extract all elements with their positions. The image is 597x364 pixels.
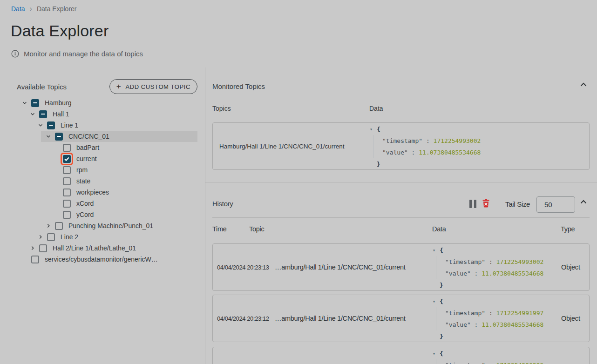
chevron-right-icon[interactable]: [29, 244, 36, 252]
json-collapse-icon[interactable]: ▾: [433, 296, 440, 307]
tail-size-label: Tail Size: [505, 200, 530, 208]
json-collapse-icon[interactable]: ▾: [433, 244, 440, 256]
breadcrumb-link-data[interactable]: Data: [11, 5, 25, 13]
json-separator: :: [485, 362, 496, 364]
checkbox-indeterminate[interactable]: [39, 110, 47, 118]
json-open-brace: {: [440, 247, 443, 254]
chevron-right-icon[interactable]: [45, 222, 52, 229]
tree-item-label[interactable]: yCord: [76, 211, 94, 218]
chevron-down-icon[interactable]: [21, 99, 28, 107]
data-explorer-page: Data › Data Explorer Data Explorer Monit…: [0, 0, 597, 364]
json-viewer: ▾{ "timestamp" : 1712254993002 "value" :…: [370, 123, 481, 170]
page-title: Data Explorer: [11, 22, 109, 40]
json-value: 11.07380485534668: [482, 321, 543, 328]
tree-item-label[interactable]: state: [76, 177, 90, 185]
json-collapse-icon[interactable]: ▾: [370, 123, 377, 135]
json-value: 11.07380485534668: [419, 149, 481, 156]
json-close-brace: }: [377, 161, 380, 168]
json-line: "timestamp" : 1712254991997: [445, 307, 543, 319]
json-value: 1712254993002: [434, 137, 481, 144]
json-value: 1712254993002: [496, 258, 544, 265]
checkbox[interactable]: [63, 189, 71, 196]
json-open-brace: {: [440, 298, 443, 305]
chevron-down-icon[interactable]: [45, 133, 52, 140]
json-separator: :: [408, 149, 419, 156]
tree-item-label[interactable]: Hall 2/Line 1/Lathe/Lathe_01: [53, 244, 136, 252]
tree-item-line-1: Line 1: [17, 120, 197, 131]
section-divider: [205, 182, 597, 182]
chevron-right-icon[interactable]: [37, 233, 44, 241]
checkbox[interactable]: [63, 200, 71, 208]
json-value: 11.07380485534668: [482, 270, 543, 277]
json-separator: :: [485, 258, 496, 265]
json-line: "timestamp" : 1712254993002: [382, 135, 481, 147]
tree-item-label[interactable]: Line 2: [61, 233, 78, 241]
collapse-section-icon[interactable]: [580, 82, 587, 87]
json-line: "timestamp" : 1712254993002: [445, 256, 543, 268]
tree-item-badpart: badPart: [17, 142, 197, 153]
tree-item-label[interactable]: CNC/CNC_01: [68, 133, 109, 140]
column-header-data: Data: [432, 225, 446, 233]
tail-size-input[interactable]: [536, 196, 575, 213]
column-header-topic: Topic: [249, 225, 264, 233]
tree-item-label[interactable]: Hamburg: [45, 99, 72, 107]
chevron-down-icon[interactable]: [29, 110, 36, 118]
tree-item-label[interactable]: Line 1: [61, 121, 78, 129]
json-body: "timestamp" : 1712254990993: [436, 359, 543, 364]
json-separator: :: [471, 270, 482, 277]
collapse-section-icon[interactable]: [580, 200, 587, 204]
tree-item-cnc-cnc-01: CNC/CNC_01: [17, 131, 197, 142]
json-close-brace: }: [440, 282, 443, 289]
history-title: History: [212, 200, 233, 208]
checkbox-indeterminate[interactable]: [47, 121, 55, 129]
page-subtitle-text: Monitor and manage the data of topics: [24, 50, 143, 58]
tree-item-label[interactable]: Punching Machine/Punch_01: [68, 222, 153, 229]
monitored-topic-row: Hamburg/Hall 1/Line 1/CNC/CNC_01/current…: [212, 122, 590, 170]
checkbox[interactable]: [63, 211, 71, 219]
trash-delete-icon: [482, 199, 490, 208]
clear-history-button[interactable]: [482, 199, 490, 208]
checkbox-indeterminate[interactable]: [31, 99, 39, 107]
json-line: "value" : 11.07380485534668: [445, 268, 543, 279]
checkbox[interactable]: [55, 222, 63, 230]
history-time: 04/04/2024 20:23:13: [217, 244, 269, 290]
json-close-line: }: [440, 330, 543, 342]
tree-item-ycord: yCord: [17, 209, 197, 220]
checkbox[interactable]: [31, 256, 39, 263]
tree-item-label[interactable]: Hall 1: [53, 110, 69, 118]
column-header-type: Type: [561, 225, 575, 233]
json-separator: :: [485, 310, 496, 317]
pause-button[interactable]: [469, 200, 476, 208]
tree-item-label[interactable]: workpieces: [76, 189, 109, 196]
json-value: 1712254990993: [496, 362, 544, 364]
json-line: "timestamp" : 1712254990993: [445, 359, 543, 364]
tree-item-label[interactable]: services/cybusdatamonitor/genericW…: [45, 256, 158, 263]
add-custom-topic-button[interactable]: + ADD CUSTOM TOPIC: [109, 79, 197, 94]
checkbox-checked[interactable]: [63, 155, 71, 163]
tree-item-line-2: Line 2: [17, 231, 197, 243]
checkbox[interactable]: [39, 244, 47, 252]
tree-item-label[interactable]: xCord: [76, 200, 94, 207]
history-row: 04/04/2024 20:23:13 …amburg/Hall 1/Line …: [212, 243, 590, 291]
json-key: "value": [382, 149, 408, 156]
json-collapse-icon[interactable]: ▾: [433, 348, 440, 359]
check-icon: [64, 156, 70, 162]
checkbox[interactable]: [63, 177, 71, 185]
tree-item-label[interactable]: rpm: [76, 166, 88, 174]
json-separator: :: [471, 321, 482, 328]
tree-item-rpm: rpm: [17, 164, 197, 175]
available-topics-title: Available Topics: [17, 83, 67, 91]
tree-item-label[interactable]: badPart: [76, 144, 99, 151]
checkbox[interactable]: [63, 144, 71, 152]
checkbox[interactable]: [47, 233, 55, 241]
checkbox-indeterminate[interactable]: [55, 133, 63, 141]
tree-item-label[interactable]: current: [76, 155, 97, 162]
json-line: "value" : 11.07380485534668: [382, 147, 481, 158]
available-topics-header: Available Topics + ADD CUSTOM TOPIC: [17, 79, 197, 94]
json-body: "timestamp" : 1712254993002 "value" : 11…: [436, 256, 543, 279]
json-body: "timestamp" : 1712254991997 "value" : 11…: [436, 307, 543, 330]
chevron-down-icon[interactable]: [37, 121, 44, 129]
json-key: "value": [445, 270, 471, 277]
tree-item-workpieces: workpieces: [17, 187, 197, 198]
checkbox[interactable]: [63, 166, 71, 174]
